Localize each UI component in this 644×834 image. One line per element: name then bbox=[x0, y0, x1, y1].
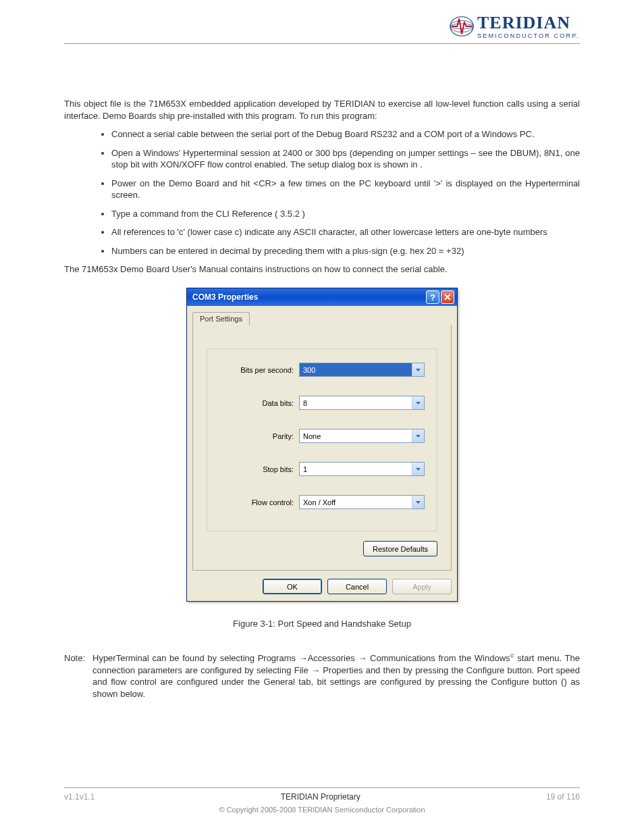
flowcontrol-combo[interactable]: Xon / Xoff bbox=[299, 495, 425, 509]
flowcontrol-label: Flow control: bbox=[219, 498, 299, 506]
list-item: All references to 'c' (lower case c) ind… bbox=[111, 226, 580, 238]
cancel-button[interactable]: Cancel bbox=[327, 579, 387, 594]
instruction-list: Connect a serial cable between the seria… bbox=[64, 128, 580, 257]
brand-logo: TERIDIAN SEMICONDUCTOR CORP. bbox=[449, 14, 580, 39]
stopbits-combo[interactable]: 1 bbox=[299, 462, 425, 476]
ok-button[interactable]: OK bbox=[263, 579, 322, 594]
chevron-down-icon[interactable] bbox=[412, 396, 424, 409]
list-item: Power on the Demo Board and hit <CR> a f… bbox=[111, 178, 580, 201]
flowcontrol-value: Xon / Xoff bbox=[300, 496, 412, 509]
stopbits-value: 1 bbox=[300, 463, 412, 475]
chevron-down-icon[interactable] bbox=[412, 496, 424, 509]
com-properties-dialog: COM3 Properties ? ✕ Port Settings Bits p… bbox=[186, 288, 458, 602]
page-header: TERIDIAN SEMICONDUCTOR CORP. bbox=[64, 14, 580, 44]
dialog-titlebar[interactable]: COM3 Properties ? ✕ bbox=[187, 288, 457, 306]
document-body: This object file is the 71M653X embedded… bbox=[64, 98, 580, 700]
bps-label: Bits per second: bbox=[219, 366, 299, 374]
databits-value: 8 bbox=[300, 396, 412, 409]
chevron-down-icon[interactable] bbox=[412, 429, 424, 442]
list-item: Numbers can be entered in decimal by pre… bbox=[111, 245, 580, 257]
stopbits-label: Stop bits: bbox=[219, 465, 299, 473]
chevron-down-icon[interactable] bbox=[412, 363, 424, 376]
help-button[interactable]: ? bbox=[426, 290, 439, 304]
close-button[interactable]: ✕ bbox=[441, 290, 454, 304]
footer-page-number: 19 of 116 bbox=[546, 792, 580, 802]
footer-copyright: © Copyright 2005-2008 TERIDIAN Semicondu… bbox=[64, 806, 580, 814]
footer-center: TERIDIAN Proprietary bbox=[281, 792, 360, 802]
brand-logo-icon bbox=[449, 14, 475, 39]
note-label: Note: bbox=[64, 652, 92, 700]
list-item: Connect a serial cable between the seria… bbox=[111, 128, 580, 140]
note-block: Note: HyperTerminal can be found by sele… bbox=[64, 652, 580, 700]
restore-defaults-button[interactable]: Restore Defaults bbox=[363, 541, 437, 556]
note-text: HyperTerminal can be found by selecting … bbox=[92, 652, 580, 700]
brand-subtitle: SEMICONDUCTOR CORP. bbox=[477, 33, 580, 39]
chevron-down-icon[interactable] bbox=[412, 463, 424, 475]
dialog-title: COM3 Properties bbox=[192, 292, 258, 302]
page-footer: v1.1v1.1 TERIDIAN Proprietary 19 of 116 … bbox=[64, 787, 580, 814]
apply-button[interactable]: Apply bbox=[392, 579, 452, 594]
intro-paragraph: This object file is the 71M653X embedded… bbox=[64, 98, 580, 122]
bps-combo[interactable]: 300 bbox=[299, 363, 425, 377]
databits-combo[interactable]: 8 bbox=[299, 396, 425, 410]
after-list-paragraph: The 71M653x Demo Board User's Manual con… bbox=[64, 263, 580, 276]
brand-name: TERIDIAN bbox=[477, 14, 580, 32]
databits-label: Data bits: bbox=[219, 399, 299, 407]
bps-value: 300 bbox=[300, 363, 412, 376]
parity-label: Parity: bbox=[219, 432, 299, 440]
footer-version: v1.1v1.1 bbox=[64, 792, 95, 802]
tab-port-settings[interactable]: Port Settings bbox=[192, 312, 250, 325]
parity-combo[interactable]: None bbox=[299, 429, 425, 443]
list-item: Open a Windows' Hyperterminal session at… bbox=[111, 147, 580, 171]
figure-caption: Figure 3-1: Port Speed and Handshake Set… bbox=[64, 619, 580, 629]
parity-value: None bbox=[300, 429, 412, 442]
list-item: Type a command from the CLI Reference ( … bbox=[111, 208, 580, 220]
